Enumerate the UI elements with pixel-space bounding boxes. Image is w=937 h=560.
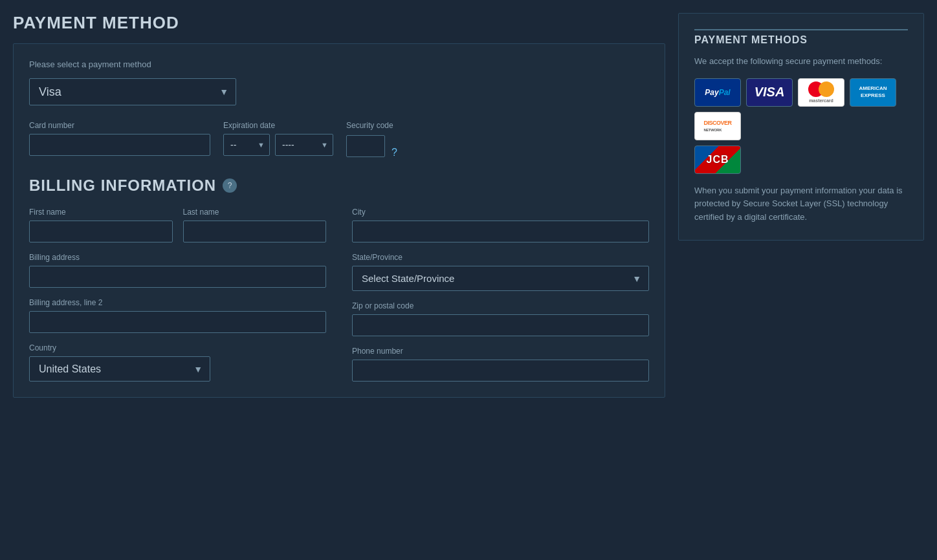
country-select-wrapper: United States Canada United Kingdom Aust… [29, 356, 210, 382]
expiry-year-wrapper: ---- 2024202520262027 2028202920302031 ▼ [275, 134, 333, 156]
billing-address2-group: Billing address, line 2 [29, 298, 326, 333]
name-row: First name Last name [29, 208, 326, 242]
state-group: State/Province Select State/Province Ala… [352, 253, 649, 291]
last-name-group: Last name [183, 208, 327, 242]
country-label: Country [29, 343, 326, 352]
zip-label: Zip or postal code [352, 301, 649, 310]
zip-group: Zip or postal code [352, 301, 649, 336]
first-name-label: First name [29, 208, 173, 217]
expiry-month-wrapper: -- 01020304 05060708 09101112 ▼ [223, 134, 270, 156]
card-number-input[interactable] [29, 134, 210, 156]
payment-method-select[interactable]: Visa Mastercard American Express PayPal … [29, 78, 236, 105]
billing-address-label: Billing address [29, 253, 326, 262]
card-number-group: Card number [29, 121, 210, 156]
expiry-year-select[interactable]: ---- 2024202520262027 2028202920302031 [275, 134, 333, 156]
billing-title: BILLING INFORMATION [29, 177, 216, 195]
city-label: City [352, 208, 649, 217]
expiration-group: Expiration date -- 01020304 05060708 091… [223, 121, 333, 156]
state-select[interactable]: Select State/Province AlabamaAlaskaArizo… [352, 266, 649, 291]
zip-input[interactable] [352, 314, 649, 336]
last-name-label: Last name [183, 208, 327, 217]
sidebar-top-border [694, 29, 908, 30]
amex-icon: AMERICANEXPRESS [850, 78, 896, 107]
security-code-input[interactable] [346, 135, 385, 157]
cvv-help-icon[interactable]: ? [391, 147, 397, 158]
sidebar-card: PAYMENT METHODS We accept the following … [678, 13, 924, 241]
ssl-text: When you submit your payment information… [694, 184, 908, 224]
mastercard-icon: mastercard [798, 78, 844, 107]
billing-address-input[interactable] [29, 266, 326, 288]
sidebar-title: PAYMENT METHODS [694, 34, 908, 46]
payment-method-label: Please select a payment method [29, 59, 649, 69]
billing-header: BILLING INFORMATION ? [29, 177, 649, 195]
billing-grid: First name Last name Billing address [29, 208, 649, 382]
billing-address2-input[interactable] [29, 311, 326, 333]
payment-select-wrapper: Visa Mastercard American Express PayPal … [29, 78, 236, 105]
billing-right-column: City State/Province Select State/Provinc… [352, 208, 649, 382]
jcb-icon: JCB [694, 145, 741, 174]
expiry-month-select[interactable]: -- 01020304 05060708 09101112 [223, 134, 270, 156]
sidebar-desc: We accept the following secure payment m… [694, 55, 908, 68]
expiration-label: Expiration date [223, 121, 333, 130]
card-fields-row: Card number Expiration date -- 01020304 … [29, 121, 649, 158]
city-input[interactable] [352, 221, 649, 242]
first-name-group: First name [29, 208, 173, 242]
phone-group: Phone number [352, 347, 649, 382]
billing-address2-label: Billing address, line 2 [29, 298, 326, 307]
payment-card: Please select a payment method Visa Mast… [13, 43, 665, 398]
security-label: Security code [346, 121, 397, 130]
billing-left-column: First name Last name Billing address [29, 208, 326, 382]
billing-address-group: Billing address [29, 253, 326, 288]
first-name-input[interactable] [29, 221, 173, 242]
page-title: PAYMENT METHOD [13, 13, 665, 33]
phone-input[interactable] [352, 360, 649, 382]
payment-icons-row1: PayPal VISA mastercard AMERICANEXPRESS [694, 78, 908, 140]
phone-label: Phone number [352, 347, 649, 356]
payment-icons-row2: JCB [694, 145, 908, 174]
visa-icon: VISA [746, 78, 793, 107]
country-group: Country United States Canada United King… [29, 343, 326, 382]
city-group: City [352, 208, 649, 242]
country-select[interactable]: United States Canada United Kingdom Aust… [29, 356, 210, 382]
last-name-input[interactable] [183, 221, 327, 242]
billing-help-icon[interactable]: ? [223, 178, 237, 193]
discover-icon: DISCOVERNETWORK [694, 112, 741, 140]
payment-method-section: Please select a payment method Visa Mast… [29, 59, 649, 121]
state-select-wrapper: Select State/Province AlabamaAlaskaArizo… [352, 266, 649, 291]
state-label: State/Province [352, 253, 649, 262]
card-number-label: Card number [29, 121, 210, 130]
paypal-icon: PayPal [694, 78, 741, 107]
sidebar: PAYMENT METHODS We accept the following … [678, 13, 924, 398]
expiry-row: -- 01020304 05060708 09101112 ▼ ---- 202… [223, 134, 333, 156]
security-code-group: Security code ? [346, 121, 397, 158]
